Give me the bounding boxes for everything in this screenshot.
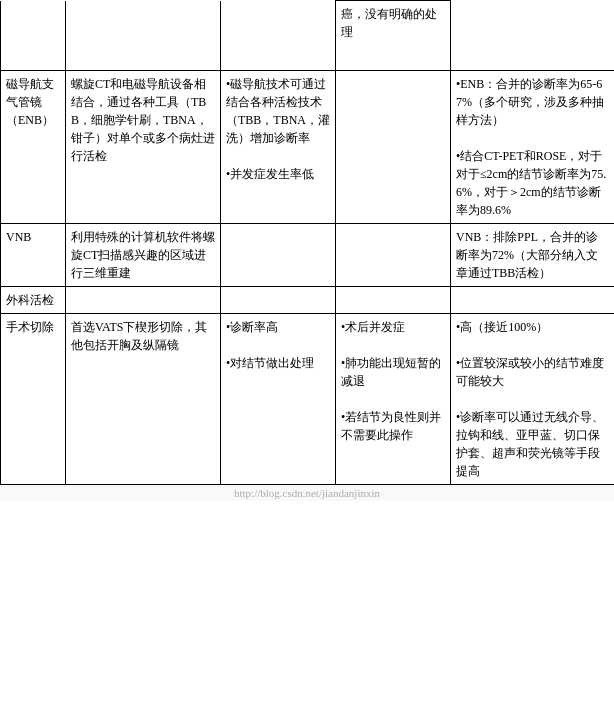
table-row-row-partial-top: 癌，没有明确的处理 <box>1 1 615 71</box>
cell-text-row-enb-col1: 螺旋CT和电磁导航设备相结合，通过各种工具（TBB，细胞学针刷，TBNA，钳子）… <box>71 77 215 163</box>
cell-row-partial-top-col4 <box>451 1 615 71</box>
data-table: 癌，没有明确的处理磁导航支气管镜（ENB）螺旋CT和电磁导航设备相结合，通过各种… <box>0 0 614 485</box>
cell-text-row-surgery-resection-col1: 首选VATS下楔形切除，其他包括开胸及纵隔镜 <box>71 320 207 352</box>
cell-row-vnb-col2 <box>221 224 336 287</box>
cell-text-row-vnb-col0: VNB <box>6 230 31 244</box>
cell-text-row-surgery-resection-col3: •术后并发症 •肺功能出现短暂的减退 •若结节为良性则并不需要此操作 <box>341 320 441 442</box>
cell-row-surgery-biopsy-col2 <box>221 287 336 314</box>
cell-row-surgery-biopsy-col4 <box>451 287 615 314</box>
table-row-row-enb: 磁导航支气管镜（ENB）螺旋CT和电磁导航设备相结合，通过各种工具（TBB，细胞… <box>1 71 615 224</box>
cell-row-surgery-resection-col4: •高（接近100%） •位置较深或较小的结节难度可能较大 •诊断率可以通过无线介… <box>451 314 615 485</box>
cell-row-surgery-resection-col1: 首选VATS下楔形切除，其他包括开胸及纵隔镜 <box>66 314 221 485</box>
cell-row-partial-top-col3: 癌，没有明确的处理 <box>336 1 451 71</box>
cell-row-partial-top-col1 <box>66 1 221 71</box>
table-row-row-vnb: VNB利用特殊的计算机软件将螺旋CT扫描感兴趣的区域进行三维重建VNB：排除PP… <box>1 224 615 287</box>
cell-text-row-surgery-biopsy-col0: 外科活检 <box>6 293 54 307</box>
cell-row-surgery-biopsy-col3 <box>336 287 451 314</box>
cell-text-row-enb-col2: •磁导航技术可通过结合各种活检技术（TBB，TBNA，灌洗）增加诊断率 •并发症… <box>226 77 330 181</box>
cell-row-surgery-resection-col0: 手术切除 <box>1 314 66 485</box>
cell-row-vnb-col4: VNB：排除PPL，合并的诊断率为72%（大部分纳入文章通过TBB活检） <box>451 224 615 287</box>
cell-text-row-enb-col4: •ENB：合并的诊断率为65-67%（多个研究，涉及多种抽样方法） •结合CT-… <box>456 77 606 217</box>
main-container: 癌，没有明确的处理磁导航支气管镜（ENB）螺旋CT和电磁导航设备相结合，通过各种… <box>0 0 614 501</box>
cell-row-partial-top-col0 <box>1 1 66 71</box>
cell-text-row-partial-top-col3: 癌，没有明确的处理 <box>341 7 437 39</box>
cell-row-vnb-col1: 利用特殊的计算机软件将螺旋CT扫描感兴趣的区域进行三维重建 <box>66 224 221 287</box>
cell-row-surgery-biopsy-col0: 外科活检 <box>1 287 66 314</box>
cell-row-surgery-resection-col3: •术后并发症 •肺功能出现短暂的减退 •若结节为良性则并不需要此操作 <box>336 314 451 485</box>
watermark: http://blog.csdn.net/jiandanjinxin <box>0 485 614 501</box>
cell-text-row-surgery-resection-col4: •高（接近100%） •位置较深或较小的结节难度可能较大 •诊断率可以通过无线介… <box>456 320 604 478</box>
cell-row-surgery-resection-col2: •诊断率高 •对结节做出处理 <box>221 314 336 485</box>
cell-row-surgery-biopsy-col1 <box>66 287 221 314</box>
cell-row-enb-col3 <box>336 71 451 224</box>
cell-row-enb-col1: 螺旋CT和电磁导航设备相结合，通过各种工具（TBB，细胞学针刷，TBNA，钳子）… <box>66 71 221 224</box>
cell-text-row-enb-col0: 磁导航支气管镜（ENB） <box>6 77 54 127</box>
table-row-row-surgery-biopsy: 外科活检 <box>1 287 615 314</box>
cell-text-row-vnb-col1: 利用特殊的计算机软件将螺旋CT扫描感兴趣的区域进行三维重建 <box>71 230 215 280</box>
table-row-row-surgery-resection: 手术切除首选VATS下楔形切除，其他包括开胸及纵隔镜•诊断率高 •对结节做出处理… <box>1 314 615 485</box>
cell-text-row-vnb-col4: VNB：排除PPL，合并的诊断率为72%（大部分纳入文章通过TBB活检） <box>456 230 598 280</box>
cell-row-enb-col2: •磁导航技术可通过结合各种活检技术（TBB，TBNA，灌洗）增加诊断率 •并发症… <box>221 71 336 224</box>
cell-text-row-surgery-resection-col2: •诊断率高 •对结节做出处理 <box>226 320 314 370</box>
cell-row-enb-col4: •ENB：合并的诊断率为65-67%（多个研究，涉及多种抽样方法） •结合CT-… <box>451 71 615 224</box>
cell-text-row-surgery-resection-col0: 手术切除 <box>6 320 54 334</box>
cell-row-enb-col0: 磁导航支气管镜（ENB） <box>1 71 66 224</box>
cell-row-vnb-col3 <box>336 224 451 287</box>
cell-row-partial-top-col2 <box>221 1 336 71</box>
cell-row-vnb-col0: VNB <box>1 224 66 287</box>
